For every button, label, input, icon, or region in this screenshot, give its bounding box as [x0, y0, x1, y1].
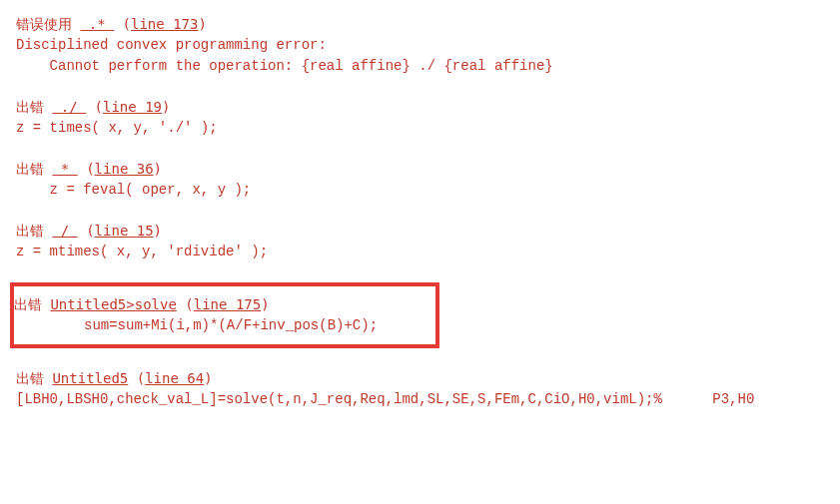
error-detail: z = feval( oper, x, y );: [16, 180, 824, 201]
error-block: 出错 * (line 36) z = feval( oper, x, y );: [16, 159, 824, 201]
function-link[interactable]: ./: [52, 99, 86, 115]
error-label: 出错: [16, 370, 52, 386]
paren-open: (: [78, 223, 95, 239]
paren-open: (: [78, 161, 95, 177]
error-block: 出错 ./ (line 19) z = times( x, y, './' );: [16, 97, 824, 139]
paren-open: (: [177, 296, 194, 312]
function-link[interactable]: Untitled5>solve: [50, 296, 176, 312]
error-block: 出错 Untitled5>solve (line 175) sum=sum+Mi…: [14, 294, 427, 336]
paren-close: ): [261, 296, 269, 312]
paren-close: ): [204, 370, 212, 386]
error-detail: Cannot perform the operation: {real affi…: [16, 56, 824, 77]
error-heading: 出错 * (line 36): [16, 159, 824, 180]
line-link[interactable]: line 36: [95, 161, 154, 177]
error-heading: 出错 Untitled5>solve (line 175): [14, 294, 427, 315]
error-heading: 出错 Untitled5 (line 64): [16, 368, 824, 389]
paren-open: (: [114, 16, 131, 32]
paren-close: ): [162, 99, 170, 115]
paren-close: ): [154, 223, 162, 239]
error-label: 出错: [14, 296, 50, 312]
error-label: 出错: [16, 223, 52, 239]
error-block: 出错 Untitled5 (line 64) [LBH0,LBSH0,check…: [16, 368, 824, 410]
error-block: 错误使用 .* (line 173) Disciplined convex pr…: [16, 14, 824, 77]
error-heading: 出错 ./ (line 19): [16, 97, 824, 118]
paren-open: (: [128, 370, 145, 386]
error-label: 错误使用: [16, 16, 80, 32]
paren-close: ): [198, 16, 206, 32]
error-heading: 出错 / (line 15): [16, 221, 824, 242]
function-link[interactable]: *: [52, 161, 77, 177]
error-detail: z = mtimes( x, y, 'rdivide' );: [16, 242, 824, 262]
line-link[interactable]: line 15: [95, 223, 154, 239]
function-link[interactable]: /: [52, 223, 77, 239]
highlighted-error-box: 出错 Untitled5>solve (line 175) sum=sum+Mi…: [10, 282, 439, 348]
error-detail: z = times( x, y, './' );: [16, 118, 824, 139]
error-detail: sum=sum+Mi(i,m)*(A/F+inv_pos(B)+C);: [14, 315, 427, 336]
function-link[interactable]: Untitled5: [52, 370, 128, 386]
line-link[interactable]: line 64: [145, 370, 204, 386]
error-detail: [LBH0,LBSH0,check_val_L]=solve(t,n,J_req…: [16, 389, 824, 410]
line-link[interactable]: line 175: [194, 296, 261, 312]
line-link[interactable]: line 19: [103, 99, 162, 115]
line-link[interactable]: line 173: [131, 16, 198, 32]
error-label: 出错: [16, 99, 52, 115]
error-heading: 错误使用 .* (line 173): [16, 14, 824, 35]
error-detail: Disciplined convex programming error:: [16, 35, 824, 56]
paren-open: (: [86, 99, 103, 115]
paren-close: ): [154, 161, 162, 177]
error-block: 出错 / (line 15) z = mtimes( x, y, 'rdivid…: [16, 221, 824, 262]
error-label: 出错: [16, 161, 52, 177]
function-link[interactable]: .*: [80, 16, 114, 32]
